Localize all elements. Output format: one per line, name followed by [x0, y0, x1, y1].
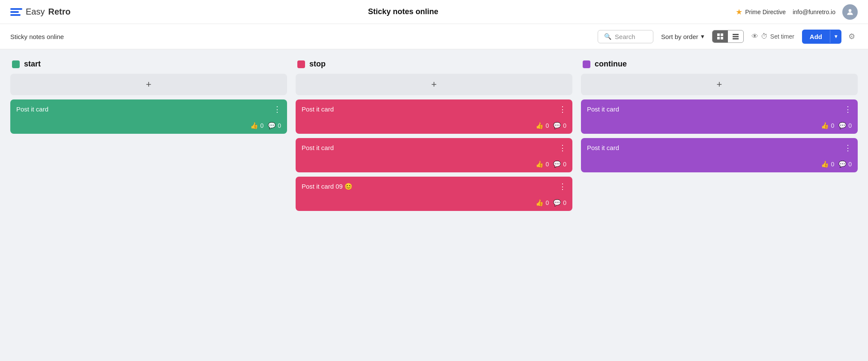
card: Post it card⋮👍0💬0 [581, 138, 858, 172]
prime-directive-link[interactable]: ★ Prime Directive [736, 7, 786, 17]
grid-view-button[interactable] [712, 30, 728, 42]
column-header-continue: continue [581, 60, 858, 69]
add-button-label: Add [802, 30, 830, 44]
user-email: info@funretro.io [793, 9, 835, 15]
likes-count: 0 [545, 199, 549, 206]
add-chevron-icon: ▾ [830, 30, 841, 43]
column-color-stop [297, 60, 305, 68]
card-comments: 💬0 [838, 122, 852, 129]
column-continue: continue+Post it card⋮👍0💬0Post it card⋮👍… [581, 60, 858, 177]
card-likes: 👍0 [536, 160, 549, 168]
add-card-button-start[interactable]: + [10, 74, 287, 95]
timer-label: Set timer [770, 33, 794, 40]
card-top: Post it card⋮ [587, 144, 852, 152]
comments-count: 0 [563, 161, 566, 168]
board: start+Post it card⋮👍0💬0stop+Post it card… [0, 49, 868, 226]
card-text: Post it card [302, 144, 555, 151]
likes-count: 0 [831, 161, 834, 168]
svg-rect-6 [733, 36, 739, 37]
view-toggle [712, 30, 744, 43]
timer-button[interactable]: 👁 ⏱ Set timer [748, 30, 798, 43]
card-menu-button[interactable]: ⋮ [555, 144, 566, 152]
card-top: Post it card⋮ [302, 144, 566, 152]
thumbs-up-icon: 👍 [821, 122, 829, 129]
card-likes: 👍0 [536, 122, 549, 129]
svg-rect-7 [733, 38, 739, 39]
card-menu-button[interactable]: ⋮ [841, 144, 852, 152]
column-title-start: start [24, 60, 41, 69]
thumbs-up-icon: 👍 [250, 122, 258, 129]
card-text: Post it card [16, 105, 270, 113]
svg-rect-4 [721, 37, 723, 39]
card-top: Post it card⋮ [16, 105, 281, 113]
card-top: Post it card⋮ [587, 105, 852, 113]
card-comments: 💬0 [553, 199, 566, 207]
comments-count: 0 [563, 122, 566, 129]
logo-text-retro: Retro [48, 7, 70, 17]
chevron-down-icon: ▾ [701, 33, 704, 40]
settings-button[interactable]: ⚙ [846, 29, 858, 44]
thumbs-up-icon: 👍 [536, 160, 544, 168]
column-color-start [12, 60, 20, 68]
card-text: Post it card [587, 105, 841, 113]
card: Post it card⋮👍0💬0 [296, 99, 572, 134]
card-menu-button[interactable]: ⋮ [270, 105, 281, 113]
comment-icon: 💬 [838, 122, 847, 129]
card-footer: 👍0💬0 [302, 122, 566, 129]
svg-point-0 [849, 9, 852, 12]
svg-rect-1 [717, 33, 720, 36]
add-card-button-continue[interactable]: + [581, 74, 858, 95]
comments-count: 0 [563, 199, 566, 206]
svg-rect-2 [721, 33, 723, 36]
card-top: Post it card⋮ [302, 105, 566, 113]
card-comments: 💬0 [553, 122, 566, 129]
logo[interactable]: EasyRetro [10, 7, 71, 17]
card-footer: 👍0💬0 [587, 160, 852, 168]
search-icon: 🔍 [604, 33, 611, 40]
thumbs-up-icon: 👍 [821, 160, 829, 168]
card-likes: 👍0 [821, 160, 834, 168]
search-box[interactable]: 🔍 Search [598, 30, 653, 43]
toolbar: Sticky notes online 🔍 Search Sort by ord… [0, 24, 868, 49]
comment-icon: 💬 [553, 122, 561, 129]
card-footer: 👍0💬0 [16, 122, 281, 129]
sort-button[interactable]: Sort by order ▾ [658, 30, 708, 43]
top-header: EasyRetro Sticky notes online ★ Prime Di… [0, 0, 868, 24]
card-text: Post it card 09 😊 [302, 183, 555, 190]
clock-icon: ⏱ [761, 33, 768, 40]
card-comments: 💬0 [553, 160, 566, 168]
card: Post it card⋮👍0💬0 [581, 99, 858, 134]
sort-label: Sort by order [661, 33, 698, 40]
column-start: start+Post it card⋮👍0💬0 [10, 60, 287, 138]
add-card-button-stop[interactable]: + [296, 74, 572, 95]
column-header-start: start [10, 60, 287, 69]
comment-icon: 💬 [838, 160, 847, 168]
list-view-button[interactable] [728, 30, 743, 42]
header-title: Sticky notes online [368, 7, 438, 16]
card-footer: 👍0💬0 [302, 199, 566, 207]
card-top: Post it card 09 😊⋮ [302, 183, 566, 190]
prime-directive-label: Prime Directive [745, 9, 786, 15]
comment-icon: 💬 [553, 199, 561, 207]
column-title-stop: stop [309, 60, 326, 69]
avatar[interactable] [842, 4, 858, 20]
likes-count: 0 [545, 161, 549, 168]
board-name-label: Sticky notes online [10, 33, 593, 40]
add-button[interactable]: Add ▾ [802, 30, 841, 44]
likes-count: 0 [545, 122, 549, 129]
card-text: Post it card [302, 105, 555, 113]
comment-icon: 💬 [553, 160, 561, 168]
card-menu-button[interactable]: ⋮ [555, 183, 566, 190]
logo-text-easy: Easy [26, 7, 45, 17]
card-menu-button[interactable]: ⋮ [555, 105, 566, 113]
star-icon: ★ [736, 7, 742, 17]
card-comments: 💬0 [268, 122, 281, 129]
likes-count: 0 [260, 122, 263, 129]
card-text: Post it card [587, 144, 841, 151]
column-header-stop: stop [296, 60, 572, 69]
comments-count: 0 [848, 161, 852, 168]
card-menu-button[interactable]: ⋮ [841, 105, 852, 113]
comment-icon: 💬 [268, 122, 276, 129]
toolbar-controls: 🔍 Search Sort by order ▾ 👁 ⏱ Set timer A… [598, 29, 858, 44]
card-likes: 👍0 [250, 122, 263, 129]
